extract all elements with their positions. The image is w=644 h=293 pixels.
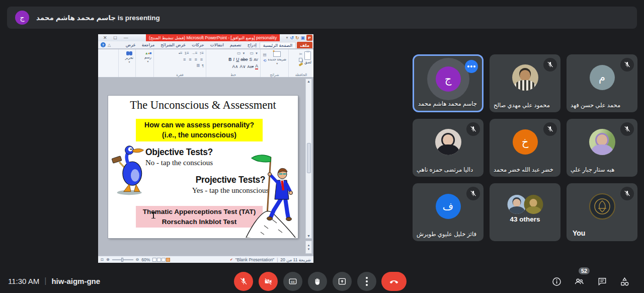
end-call-button[interactable] — [381, 272, 407, 291]
participant-tile[interactable]: خ خضر عبد الله خضر محمد — [490, 119, 560, 177]
powerpoint-logo-icon: P — [306, 35, 312, 41]
strikethrough-icon[interactable]: abe — [240, 57, 248, 62]
text-direction-icon[interactable]: ¶ — [202, 64, 204, 67]
participant-tile-others[interactable]: 43 others — [490, 183, 560, 241]
participant-grid: ج جاسم محمد هاشم محمد محمود علي مهدي صال… — [413, 54, 637, 241]
tab-design[interactable]: تصميم — [227, 41, 245, 48]
ribbon-group-clipboard: لصق ✂ الحافظة — [288, 49, 313, 77]
toolbar-dropdown-icon[interactable]: ▼ — [285, 36, 288, 39]
ppt-window-title: personality [وضع التوافق] - Microsoft Po… — [146, 34, 280, 41]
columns-icon[interactable]: ▥ — [197, 63, 200, 67]
ribbon-group-slides: شريحة جديدة▼ ▤⟲ شرائح — [260, 49, 288, 77]
chat-icon[interactable] — [597, 276, 608, 287]
present-button[interactable] — [333, 272, 352, 291]
slide-counter: شريحة 11 من 20 — [280, 257, 311, 262]
participant-tile[interactable]: ج جاسم محمد هاشم محمد — [413, 54, 484, 112]
tile-menu-button[interactable] — [465, 60, 478, 73]
ppt-slide-area: The Unconscious & Assessment How can we … — [98, 78, 313, 256]
activities-icon[interactable] — [619, 276, 630, 287]
mic-off-icon — [466, 122, 480, 136]
others-count-label: 43 others — [490, 215, 560, 223]
mic-toggle-button[interactable] — [234, 272, 253, 291]
help-icon[interactable]: ? — [101, 42, 106, 47]
participant-tile[interactable]: داليا مرتضى حمزه ناهي — [413, 119, 484, 177]
tab-view[interactable]: عرض — [123, 41, 139, 48]
mic-off-icon — [620, 122, 634, 136]
indent-icons[interactable]: →≡ — [191, 51, 198, 55]
italic-icon[interactable]: I — [233, 57, 234, 62]
camera-toggle-button[interactable] — [259, 272, 278, 291]
participant-count-badge: 52 — [579, 267, 590, 274]
view-buttons[interactable] — [152, 258, 170, 262]
participant-tile[interactable]: هبه ستار جبار علي — [567, 119, 637, 177]
ppt-prev-next-slide-buttons[interactable]: ▲▼ — [305, 241, 312, 254]
zoom-slider[interactable] — [112, 259, 133, 260]
spellcheck-icon: ✔ — [230, 258, 233, 262]
linespacing-icon[interactable]: ↕≡ — [199, 51, 204, 55]
justify-icon[interactable]: ≡ — [200, 57, 204, 62]
format-painter-icon[interactable] — [299, 62, 303, 66]
grow-font-icon[interactable]: A∧ — [232, 64, 238, 69]
more-options-button[interactable] — [357, 272, 376, 291]
new-slide-button[interactable]: شريحة جديدة▼ — [268, 51, 286, 65]
participant-name: فائز خليل عليوي طويرش — [417, 231, 479, 238]
align-left-icon[interactable]: ≡ — [183, 57, 187, 62]
raise-hand-button[interactable] — [308, 272, 327, 291]
cartoon-climber-image — [242, 154, 298, 238]
shrink-font-icon[interactable]: A∨ — [239, 64, 246, 69]
tab-file[interactable]: ملف — [297, 42, 312, 48]
layout-icon[interactable]: ▤ — [263, 52, 267, 57]
font-color-icon[interactable]: A — [255, 63, 258, 69]
maximize-icon[interactable]: ☐ — [114, 36, 117, 40]
cut-icon[interactable]: ✂ — [299, 52, 302, 56]
zoom-in-icon[interactable]: ⊕ — [106, 257, 110, 262]
participant-tile[interactable]: ف فائز خليل عليوي طويرش — [413, 183, 484, 241]
participant-tile[interactable]: م محمد علي حسن فهد — [567, 54, 637, 112]
draw-button[interactable]: ■●▲رسم▼ — [144, 51, 151, 63]
tab-slideshow[interactable]: عرض الشرائح — [157, 41, 189, 48]
paste-button[interactable]: لصق — [304, 51, 311, 64]
meeting-details-icon[interactable] — [551, 276, 562, 287]
mic-off-icon — [543, 58, 557, 71]
avatar — [589, 129, 615, 155]
copy-icon[interactable] — [299, 58, 302, 62]
align-center-icon[interactable]: ≡ — [189, 57, 192, 62]
participants-icon[interactable] — [574, 276, 585, 287]
participant-tile-you[interactable]: You — [567, 183, 637, 241]
bullets-icon[interactable]: •≡ — [179, 51, 182, 55]
tab-home[interactable]: الصفحة الرئيسية — [260, 42, 296, 48]
ppt-titlebar: ✕ ☐ — personality [وضع التوافق] - Micros… — [98, 34, 313, 41]
fit-slide-icon[interactable]: ⊡ — [101, 258, 104, 262]
zoom-out-icon[interactable]: ⊖ — [136, 257, 139, 262]
save-icon[interactable]: ▣ — [300, 35, 305, 40]
participant-name: You — [573, 229, 585, 237]
bold-icon[interactable]: B — [228, 57, 231, 62]
tab-review[interactable]: مراجعة — [139, 41, 158, 48]
tab-animations[interactable]: حركات — [189, 41, 207, 48]
shadow-icon[interactable]: S — [250, 57, 253, 62]
text-cursor — [151, 212, 155, 218]
others-avatars — [507, 195, 543, 214]
clear-format-icon[interactable]: Aa▾ — [247, 64, 254, 69]
avatar: خ — [513, 129, 538, 155]
underline-icon[interactable]: U — [236, 57, 239, 62]
undo-icon[interactable]: ↺ — [290, 35, 294, 40]
close-icon[interactable]: ✕ — [103, 35, 107, 40]
ppt-scrollbar-thumb[interactable] — [307, 143, 311, 173]
captions-button[interactable]: CC — [283, 272, 302, 291]
ppt-statusbar: ⊡ ⊕ ⊖ 60% ✔ "Blank Presentation" | شريحة… — [98, 256, 313, 263]
participant-tile[interactable]: محمود علي مهدي صالح — [490, 54, 560, 112]
presenter-avatar: ج — [15, 11, 29, 25]
redo-icon[interactable]: ↻ — [295, 35, 299, 40]
spacing-icon[interactable]: AV — [254, 58, 258, 61]
tab-insert[interactable]: إدراج — [245, 41, 260, 48]
avatar — [589, 193, 615, 219]
avatar — [512, 64, 538, 91]
align-right-icon[interactable]: ≡ — [194, 57, 198, 62]
tab-transitions[interactable]: انتقالات — [207, 41, 227, 48]
collapse-ribbon-icon[interactable]: △ — [108, 43, 111, 47]
minimize-icon[interactable]: — — [124, 35, 128, 40]
reset-icon[interactable]: ⟲ — [263, 58, 266, 63]
edit-button[interactable]: تحرير▼ — [125, 51, 133, 63]
numbering-icon[interactable]: 1≡ — [185, 51, 189, 55]
